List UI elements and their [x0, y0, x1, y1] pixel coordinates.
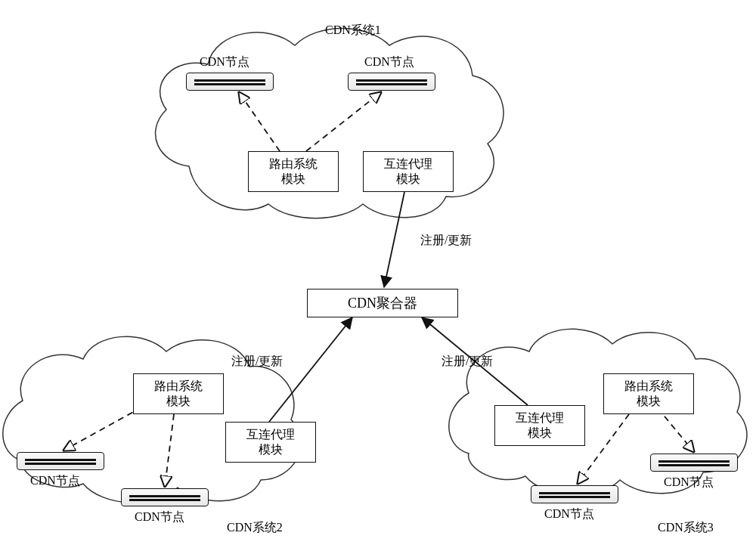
server-1b [348, 73, 435, 91]
routing-module-3-text: 路由系统 模块 [624, 379, 673, 409]
node-label-2b: CDN节点 [135, 509, 184, 525]
routing-module-2-text: 路由系统 模块 [154, 379, 203, 409]
routing-module-2: 路由系统 模块 [133, 373, 224, 414]
interconnect-module-3-text: 互连代理 模块 [516, 410, 564, 441]
arrow-interconnect2-aggregator [269, 317, 352, 422]
server-3b [531, 485, 618, 503]
title-cdn3: CDN系统3 [658, 520, 714, 536]
node-label-3a: CDN节点 [664, 475, 714, 491]
server-3a [650, 454, 738, 472]
routing-module-1-text: 路由系统 模块 [269, 156, 318, 187]
arrow-interconnect1-aggregator [384, 192, 404, 287]
aggregator-text: CDN聚合器 [348, 295, 417, 312]
arrow-routing1-node-right [306, 92, 381, 151]
node-label-3b: CDN节点 [544, 506, 594, 522]
edge-label-2: 注册/更新 [231, 354, 283, 370]
interconnect-module-2-text: 互连代理 模块 [246, 427, 295, 457]
arrow-routing1-node-left [239, 92, 280, 151]
aggregator-box: CDN聚合器 [307, 289, 458, 317]
interconnect-module-2: 互连代理 模块 [225, 422, 316, 463]
title-cdn1: CDN系统1 [325, 23, 381, 39]
arrow-routing3-node-right [658, 408, 694, 452]
server-1a [186, 73, 274, 91]
edge-label-1: 注册/更新 [420, 233, 472, 249]
edge-label-3: 注册/更新 [442, 354, 493, 370]
server-2a [17, 452, 104, 470]
routing-module-1: 路由系统 模块 [248, 151, 339, 192]
node-label-2a: CDN节点 [30, 473, 80, 489]
server-2b [121, 488, 209, 506]
node-label-1a: CDN节点 [200, 54, 249, 70]
interconnect-module-1: 互连代理 模块 [363, 151, 454, 192]
node-label-1b: CDN节点 [364, 54, 414, 70]
interconnect-module-1-text: 互连代理 模块 [384, 156, 432, 187]
arrow-routing3-node-left [578, 414, 629, 484]
interconnect-module-3: 互连代理 模块 [494, 405, 585, 446]
routing-module-3: 路由系统 模块 [603, 373, 694, 414]
title-cdn2: CDN系统2 [227, 520, 283, 536]
arrow-routing2-node-bottom [165, 414, 174, 487]
